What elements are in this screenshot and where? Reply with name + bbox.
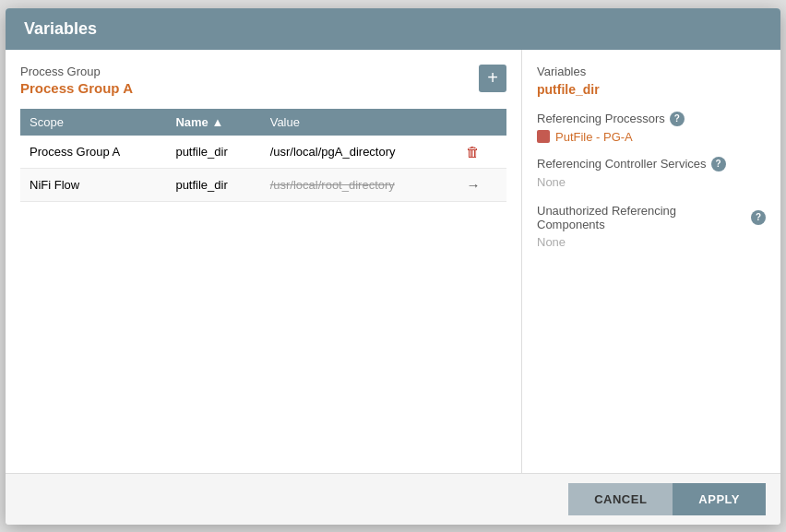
navigate-variable-button[interactable]: → [462, 175, 483, 195]
action-column-header [453, 109, 506, 136]
name-cell: putfile_dir [166, 168, 260, 201]
delete-variable-button[interactable]: 🗑 [462, 142, 483, 161]
strikethrough-value: /usr/local/root_directory [270, 178, 395, 192]
dialog-header: Variables [6, 8, 780, 50]
process-group-info: Process Group Process Group A [20, 65, 133, 96]
ref-processors-label: Referencing Processors ? [537, 112, 766, 126]
ref-controllers-help-icon[interactable]: ? [711, 157, 726, 171]
name-cell: putfile_dir [166, 136, 260, 169]
variables-label: Variables [537, 65, 586, 78]
controller-none-text: None [537, 175, 766, 189]
variables-table: Scope Name ▲ Value Process Group A putfi… [20, 109, 506, 202]
variables-value: putfile_dir [537, 82, 766, 97]
right-panel: Variables putfile_dir Referencing Proces… [522, 50, 780, 473]
add-variable-button[interactable]: + [479, 65, 506, 92]
cancel-button[interactable]: CANCEL [568, 483, 673, 515]
process-group-name: Process Group A [20, 80, 133, 96]
action-cell: → [453, 168, 506, 201]
unauthorized-label: Unauthorized Referencing Components ? [537, 204, 766, 231]
ref-processors-text: Referencing Processors [537, 112, 665, 125]
ref-processors-help-icon[interactable]: ? [670, 112, 685, 126]
ref-controllers-label: Referencing Controller Services ? [537, 157, 766, 171]
scope-cell: NiFi Flow [20, 168, 166, 201]
process-group-header: Process Group Process Group A + [20, 65, 506, 96]
unauthorized-text: Unauthorized Referencing Components [537, 204, 746, 231]
variables-section-label: Variables [537, 65, 766, 78]
table-row: Process Group A putfile_dir /usr/local/p… [20, 136, 506, 169]
left-panel: Process Group Process Group A + Scope Na… [6, 50, 522, 473]
value-cell: /usr/local/pgA_directory [261, 136, 454, 169]
dialog-body: Process Group Process Group A + Scope Na… [6, 50, 780, 473]
plus-icon: + [487, 67, 498, 89]
apply-button[interactable]: APPLY [673, 483, 766, 515]
scope-cell: Process Group A [20, 136, 166, 169]
action-cell: 🗑 [453, 136, 506, 169]
ref-controllers-text: Referencing Controller Services [537, 157, 707, 171]
variables-dialog: Variables Process Group Process Group A … [6, 8, 780, 525]
processor-color-indicator [537, 130, 550, 143]
name-column-header[interactable]: Name ▲ [166, 109, 260, 136]
processor-name[interactable]: PutFile - PG-A [555, 130, 633, 144]
table-row: NiFi Flow putfile_dir /usr/local/root_di… [20, 168, 506, 201]
value-column-header: Value [261, 109, 454, 136]
dialog-title: Variables [24, 19, 97, 38]
unauthorized-none-text: None [537, 235, 766, 249]
processor-item: PutFile - PG-A [537, 130, 766, 144]
dialog-footer: CANCEL APPLY [6, 473, 780, 525]
scope-column-header: Scope [20, 109, 166, 136]
process-group-label: Process Group [20, 65, 133, 78]
value-cell: /usr/local/root_directory [261, 168, 454, 201]
unauthorized-help-icon[interactable]: ? [751, 210, 766, 225]
